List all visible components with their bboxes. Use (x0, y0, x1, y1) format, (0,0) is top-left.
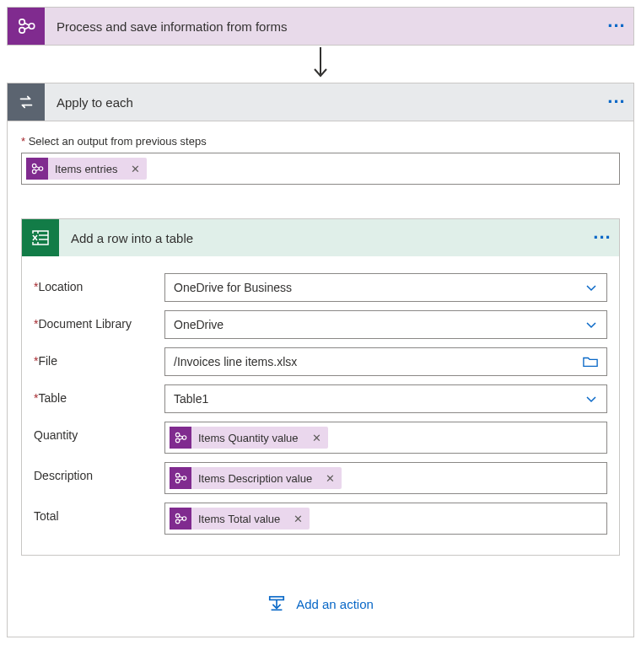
chevron-down-icon (584, 392, 598, 406)
action-process-header[interactable]: Process and save information from forms … (7, 7, 634, 46)
ai-builder-graph-icon (30, 161, 45, 176)
token-label: Items Total value (191, 513, 287, 525)
svg-point-21 (175, 473, 180, 477)
svg-line-25 (179, 479, 183, 481)
row-description: Description Items Description value ✕ (34, 462, 607, 494)
row-doclib: *Document Library OneDrive (34, 310, 607, 339)
label-doclib: *Document Library (34, 310, 164, 331)
token-ai-icon (170, 427, 191, 449)
svg-point-7 (32, 169, 36, 174)
svg-point-8 (39, 167, 43, 171)
label-description: Description (34, 462, 164, 482)
svg-line-9 (35, 166, 40, 168)
svg-point-22 (175, 479, 180, 483)
apply-body: * Select an output from previous steps I… (8, 121, 633, 637)
row-location: *Location OneDrive for Business (34, 273, 607, 302)
row-total: Total Items Total value ✕ (34, 503, 607, 535)
input-total[interactable]: Items Total value ✕ (164, 503, 607, 535)
svg-point-6 (32, 164, 36, 168)
token-quantity[interactable]: Items Quantity value ✕ (170, 427, 328, 449)
svg-line-10 (35, 169, 40, 171)
excel-title: Add a row into a table (59, 231, 585, 245)
add-action-button[interactable]: Add an action (21, 594, 620, 613)
excel-action-card: Add a row into a table ··· *Location One… (21, 218, 620, 556)
token-items-entries[interactable]: Items entries ✕ (26, 158, 147, 180)
token-ai-icon (170, 467, 191, 489)
svg-line-4 (24, 27, 30, 30)
label-table: *Table (34, 384, 164, 405)
token-remove-button[interactable]: ✕ (319, 472, 342, 485)
label-location: *Location (34, 273, 164, 293)
excel-table-icon (30, 228, 51, 248)
process-title: Process and save information from forms (45, 19, 600, 34)
output-token-input[interactable]: Items entries ✕ (21, 153, 620, 185)
token-label: Items entries (48, 163, 124, 175)
label-quantity: Quantity (34, 422, 164, 442)
select-table-value: Table1 (174, 392, 584, 406)
input-description[interactable]: Items Description value ✕ (164, 462, 607, 494)
add-action-icon (267, 594, 286, 613)
svg-line-24 (179, 476, 183, 477)
svg-point-2 (29, 24, 35, 30)
select-table[interactable]: Table1 (164, 384, 607, 413)
select-location-value: OneDrive for Business (174, 281, 584, 294)
add-action-label: Add an action (296, 597, 374, 611)
svg-point-18 (182, 436, 186, 440)
ai-builder-icon (8, 8, 45, 45)
chevron-down-icon (584, 318, 598, 331)
label-total: Total (34, 503, 164, 523)
svg-point-1 (19, 28, 25, 34)
svg-rect-31 (270, 597, 284, 600)
loop-arrows-icon (17, 93, 35, 111)
chevron-down-icon (584, 281, 598, 294)
output-from-label: * Select an output from previous steps (21, 135, 620, 148)
row-quantity: Quantity Items Quantity value ✕ (34, 422, 607, 454)
svg-point-28 (182, 517, 186, 521)
select-location[interactable]: OneDrive for Business (164, 273, 607, 302)
process-more-button[interactable]: ··· (600, 9, 633, 43)
token-label: Items Description value (191, 472, 319, 485)
ai-builder-graph-icon (15, 15, 37, 37)
token-remove-button[interactable]: ✕ (124, 163, 147, 175)
folder-icon (583, 355, 598, 368)
token-total[interactable]: Items Total value ✕ (170, 508, 310, 530)
select-doclib-value: OneDrive (174, 318, 584, 331)
svg-point-0 (19, 19, 25, 25)
loop-icon (8, 83, 45, 121)
row-file: *File /Invoices line items.xlsx (34, 347, 607, 376)
svg-point-17 (175, 438, 180, 443)
svg-point-27 (175, 519, 180, 524)
svg-line-29 (179, 516, 183, 518)
svg-line-3 (24, 23, 30, 25)
svg-point-16 (175, 433, 180, 437)
label-file: *File (34, 347, 164, 368)
file-picker[interactable]: /Invoices line items.xlsx (164, 347, 607, 376)
input-quantity[interactable]: Items Quantity value ✕ (164, 422, 607, 454)
apply-to-each-header[interactable]: Apply to each ··· (8, 83, 633, 121)
output-label-text: Select an output from previous steps (29, 135, 207, 148)
token-remove-button[interactable]: ✕ (305, 432, 328, 444)
excel-body: *Location OneDrive for Business *Documen… (22, 256, 619, 555)
apply-to-each-card: Apply to each ··· * Select an output fro… (7, 83, 634, 637)
token-ai-icon (26, 158, 48, 180)
token-label: Items Quantity value (191, 432, 305, 444)
excel-icon (22, 219, 59, 256)
required-star: * (21, 135, 25, 148)
row-table: *Table Table1 (34, 384, 607, 413)
svg-line-30 (179, 519, 183, 521)
select-doclib[interactable]: OneDrive (164, 310, 607, 339)
apply-title: Apply to each (45, 95, 600, 110)
excel-action-header[interactable]: Add a row into a table ··· (22, 219, 619, 256)
connector-arrow (7, 46, 634, 83)
svg-line-20 (179, 438, 183, 440)
svg-point-23 (182, 476, 186, 481)
apply-more-button[interactable]: ··· (600, 85, 633, 119)
token-remove-button[interactable]: ✕ (287, 513, 310, 525)
excel-more-button[interactable]: ··· (585, 221, 619, 255)
svg-line-19 (179, 435, 183, 437)
svg-point-26 (175, 513, 180, 518)
token-ai-icon (170, 508, 191, 530)
file-value: /Invoices line items.xlsx (174, 355, 583, 368)
token-description[interactable]: Items Description value ✕ (170, 467, 342, 489)
